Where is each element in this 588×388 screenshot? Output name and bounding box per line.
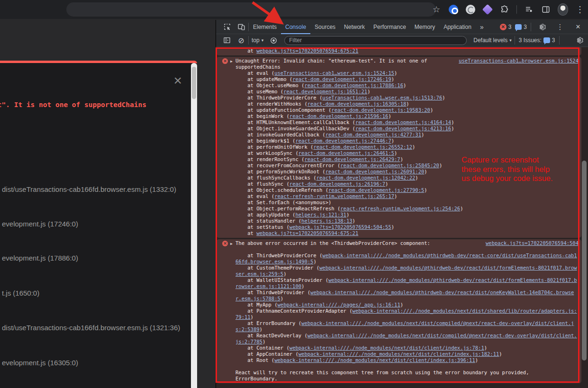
stack-trace-line: at setStatus (webpack.js?ts=170220507659… [235, 224, 579, 230]
extensions-puzzle-icon[interactable] [499, 4, 510, 15]
stack-link[interactable]: react-refresh-runtim…velopment.js:254:26 [340, 206, 460, 211]
console-error-message[interactable]: ✕▶useTransactions-cab1…browser.esm.js:15… [217, 57, 581, 238]
stack-link[interactable]: webpack-internal:///./node_modules/@thir… [235, 265, 577, 277]
stack-link[interactable]: react-dom.development.js:4164:14 [355, 119, 451, 125]
tab-console[interactable]: Console [281, 20, 310, 34]
overlay-scrollbar[interactable] [191, 63, 197, 388]
context-dropdown[interactable]: top▾ [249, 33, 266, 47]
stack-link[interactable]: webpack.js?ts=1702205076594:675:21 [256, 230, 358, 236]
stack-link[interactable]: webpack-internal:///./node_modules/@thir… [235, 253, 577, 264]
stack-link[interactable]: helpers.js:138:13 [301, 218, 352, 224]
issues-bubble-icon [543, 37, 550, 43]
bookmark-star-icon[interactable]: ☆ [431, 4, 442, 15]
stack-trace-line: at ThirdwebProvider (webpack-internal://… [235, 289, 579, 302]
stack-link[interactable]: react-dom.development.js:21596:16 [289, 113, 389, 119]
stack-link[interactable]: webpack-internal:///./node_modules/next/… [235, 320, 574, 332]
expand-triangle-icon[interactable]: ▶ [230, 58, 233, 64]
extension-b-icon[interactable] [465, 4, 476, 15]
stack-trace-line: at invokeGuardedCallback (react-dom.deve… [235, 132, 579, 138]
stack-link[interactable]: useTransactions-cab1…wser.esm.js:1513:76 [322, 95, 442, 100]
overlay-stack-item[interactable]: evelopment.js (17886:0) [2, 254, 78, 262]
stack-link[interactable]: react-dom.development.js:26091:20 [326, 169, 425, 174]
stack-link[interactable]: webpack.js?ts=1702205076594:675:21 [256, 48, 358, 54]
error-badge[interactable]: ✕ 3 [500, 24, 512, 30]
device-toolbar-icon[interactable] [236, 22, 246, 32]
live-expression-eye-icon[interactable] [269, 36, 278, 45]
extension-c-icon[interactable] [482, 4, 493, 15]
levels-dropdown[interactable]: Default levels▾ [470, 33, 515, 47]
stack-link[interactable]: react-dom.development.js:26429:7 [304, 156, 400, 162]
browser-menu-icon[interactable]: ⋮ [575, 4, 585, 15]
stack-link[interactable]: react-dom.development.js:26196:7 [289, 181, 385, 187]
extension-a-icon[interactable] [448, 4, 459, 15]
stack-link[interactable]: react-dom.development.js:27446:7 [295, 138, 391, 144]
profile-avatar[interactable] [558, 4, 568, 15]
devtools-menu-icon[interactable]: ⋮ [555, 22, 565, 32]
tab-memory[interactable]: Memory [410, 20, 439, 34]
stack-link[interactable]: webpack-internal:///./node_modules/next/… [274, 357, 475, 363]
overlay-stack-item[interactable]: dist/useTransactions-cab166fd.browser.es… [2, 185, 176, 193]
address-bar[interactable] [66, 2, 436, 17]
tab-performance[interactable]: Performance [369, 20, 410, 34]
stack-link[interactable]: helpers.js:121:31 [295, 212, 346, 217]
filter-input[interactable] [284, 36, 467, 45]
stack-link[interactable]: webpack-internal:///./node_modules/@thir… [235, 277, 577, 289]
source-location-link[interactable]: webpack.js?ts=1702205076594:504 [486, 240, 579, 246]
stack-link[interactable]: webpack-internal:///./node_modules/next/… [289, 345, 484, 351]
tab-network[interactable]: Network [340, 20, 369, 34]
console-scrollbar-thumb[interactable] [582, 161, 587, 361]
overlay-stack-item[interactable]: evelopment.js (16305:0) [2, 359, 78, 367]
stack-trace-line: at ErrorBoundary (webpack-internal:///./… [235, 320, 579, 333]
tab-elements[interactable]: Elements [249, 20, 281, 34]
stack-trace-line: at eval (react-refresh-runtim…velopment.… [235, 193, 579, 199]
console-error-message[interactable]: at webpack.js?ts=1702205076594:675:21 [217, 47, 581, 55]
overlay-stack-item[interactable]: dist/useTransactions-cab166fd.browser.es… [2, 324, 180, 332]
stack-link[interactable]: webpack-internal:///./pages/_app.js:16:1… [278, 302, 400, 307]
stack-link[interactable]: webpack-internal:///./node_modules/next/… [235, 308, 577, 320]
devtools-close-icon[interactable]: ✕ [573, 22, 583, 32]
overlay-stack-item[interactable]: t.js (1650:0) [2, 289, 39, 297]
stack-link[interactable]: react-dom.development.js:19583:20 [331, 107, 430, 113]
stack-link[interactable]: react.development.js:1651:21 [283, 89, 367, 94]
more-tabs-chevrons[interactable]: » [476, 20, 488, 34]
overlay-scrollbar-thumb[interactable] [192, 67, 196, 99]
stack-link[interactable]: react-dom.development.js:27790:5 [328, 187, 424, 193]
overlay-stack-item[interactable]: evelopment.js (17246:0) [2, 220, 78, 228]
stack-link[interactable]: webpack-internal:///./node_modules/next/… [299, 351, 499, 357]
console-sidebar-icon[interactable] [222, 36, 232, 45]
stack-link[interactable]: webpack-internal:///./node_modules/@thir… [235, 289, 574, 301]
side-panel-icon[interactable] [541, 4, 551, 15]
console-log[interactable]: at webpack.js?ts=1702205076594:675:21✕▶u… [216, 47, 588, 388]
stack-link[interactable]: react-dom.development.js:4213:16 [355, 126, 451, 131]
inspect-icon[interactable] [222, 22, 232, 32]
stack-link[interactable]: react-dom.development.js:26552:12 [313, 144, 412, 150]
source-location-link[interactable]: useTransactions-cab1…browser.esm.js:1524 [459, 58, 579, 64]
stack-trace-line: at Object.scheduleRefresh (react-dom.dev… [235, 187, 579, 193]
clear-console-icon[interactable]: ⊘ [236, 36, 246, 45]
stack-link[interactable]: useTransactions-cab1…wser.esm.js:1524:15 [274, 70, 394, 76]
close-icon[interactable]: × [173, 73, 182, 88]
issues-counter[interactable]: 3 Issues: 3 [519, 37, 555, 44]
console-settings-gear-icon[interactable] [575, 36, 584, 45]
stack-link[interactable]: react-dom.development.js:17246:19 [292, 76, 391, 82]
stack-link[interactable]: react-dom.development.js:17886:16 [304, 82, 403, 88]
tab-sources[interactable]: Sources [310, 20, 340, 34]
error-badge-icon: ✕ [500, 24, 507, 30]
stack-link[interactable]: react-dom.development.js:12042:22 [317, 175, 416, 180]
expand-triangle-icon[interactable]: ▶ [230, 241, 233, 247]
stack-link[interactable]: react-dom.development.js:25845:20 [340, 162, 439, 168]
stack-link[interactable]: react-dom.development.js:4277:31 [326, 132, 421, 137]
stack-link[interactable]: webpack.js?ts=1702205076594:504:55 [289, 224, 391, 230]
tab-application[interactable]: Application [439, 20, 476, 34]
stack-trace-line: at recoverFromConcurrentError (react-dom… [235, 162, 579, 169]
stack-trace-line: at useMemo (react.development.js:1651:21… [235, 89, 579, 95]
stack-link[interactable]: react-dom.development.js:16305:18 [308, 101, 407, 107]
console-error-message[interactable]: ✕▶webpack.js?ts=1702205076594:504The abo… [217, 239, 581, 383]
tab-list-icon[interactable] [524, 4, 534, 15]
stack-trace-line: at ThirdwebProviderCore (useTransactions… [235, 95, 579, 101]
message-badge[interactable]: 3 [515, 24, 527, 30]
stack-link[interactable]: react-dom.development.js:26461:5 [299, 150, 394, 156]
stack-link[interactable]: react-refresh-runtim…velopment.js:265:17 [274, 193, 394, 199]
stack-link[interactable]: webpack-internal:///./node_modules/next/… [235, 333, 577, 344]
settings-gear-icon[interactable] [537, 22, 547, 32]
